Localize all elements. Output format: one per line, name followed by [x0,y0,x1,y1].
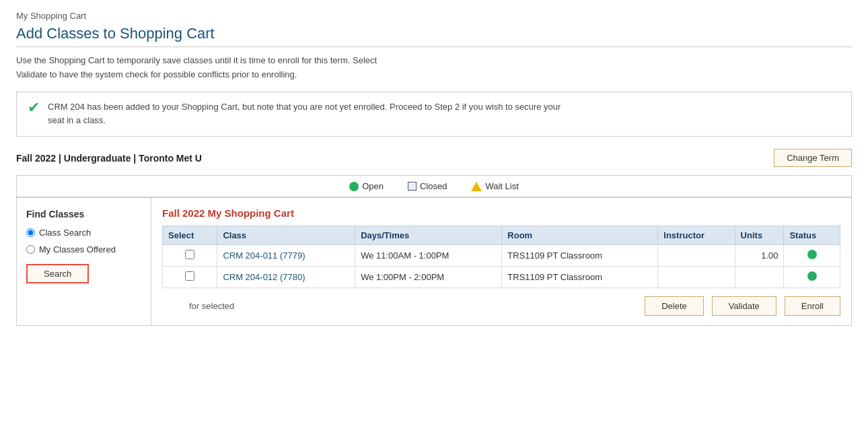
class-search-radio[interactable] [26,228,35,237]
days-times-cell: We 11:00AM - 1:00PM [355,245,502,267]
status-cell [784,267,840,288]
legend-bar: Open Closed Wait List [16,175,852,197]
legend-waitlist: Wait List [471,181,518,191]
class-search-label: Class Search [39,228,91,238]
col-units: Units [735,226,784,245]
action-bar-left: for selected [162,301,637,311]
class-search-option[interactable]: Class Search [26,228,141,238]
info-text: Use the Shopping Cart to temporarily sav… [16,54,852,82]
table-row: CRM 204-012 (7780)We 1:00PM - 2:00PMTRS1… [163,267,840,288]
status-dot-icon [807,250,817,259]
search-button[interactable]: Search [26,264,89,283]
waitlist-triangle-icon [471,182,482,191]
delete-button[interactable]: Delete [645,296,704,316]
units-cell: 1.00 [735,245,784,267]
term-bar: Fall 2022 | Undergraduate | Toronto Met … [16,149,852,167]
units-cell [735,267,784,288]
action-bar: for selected Delete Validate Enroll [162,296,840,316]
col-select: Select [163,226,217,245]
left-panel: Find Classes Class Search My Classes Off… [17,198,151,325]
col-status: Status [784,226,840,245]
class-link[interactable]: CRM 204-011 (7779) [223,250,305,261]
room-cell: TRS1109 PT Classroom [502,267,658,288]
breadcrumb: My Shopping Cart [16,11,852,21]
open-dot-icon [349,182,359,191]
instructor-cell [658,267,735,288]
enroll-button[interactable]: Enroll [785,296,840,316]
class-cell: CRM 204-012 (7780) [217,267,355,288]
select-cell [163,245,217,267]
validate-button[interactable]: Validate [712,296,776,316]
status-dot-icon [807,271,817,281]
cart-title: Fall 2022 My Shopping Cart [162,207,840,219]
page-title: Add Classes to Shopping Cart [16,25,852,47]
success-text: CRM 204 has been added to your Shopping … [48,100,560,129]
my-classes-label: My Classes Offered [39,244,116,255]
term-label: Fall 2022 | Undergraduate | Toronto Met … [16,153,202,164]
legend-open: Open [349,181,384,191]
select-cell [163,267,217,288]
closed-square-icon [408,182,417,191]
success-icon: ✔ [28,100,40,115]
my-classes-radio[interactable] [26,245,35,254]
legend-closed: Closed [408,181,447,191]
days-times-cell: We 1:00PM - 2:00PM [355,267,502,288]
my-classes-option[interactable]: My Classes Offered [26,244,141,255]
row-checkbox[interactable] [185,250,194,259]
instructor-cell [658,245,735,267]
main-content: Find Classes Class Search My Classes Off… [16,197,852,326]
find-classes-title: Find Classes [26,209,141,220]
for-selected-label: for selected [189,301,234,311]
search-btn-wrapper: Search [26,264,141,283]
legend-closed-label: Closed [420,181,447,191]
class-link[interactable]: CRM 204-012 (7780) [223,272,305,282]
col-days-times: Days/Times [355,226,502,245]
table-row: CRM 204-011 (7779)We 11:00AM - 1:00PMTRS… [163,245,840,267]
room-cell: TRS1109 PT Classroom [502,245,658,267]
status-cell [784,245,840,267]
right-panel: Fall 2022 My Shopping Cart Select Class … [151,198,851,325]
class-cell: CRM 204-011 (7779) [217,245,355,267]
col-instructor: Instructor [658,226,735,245]
success-box: ✔ CRM 204 has been added to your Shoppin… [16,92,852,137]
col-room: Room [502,226,658,245]
change-term-button[interactable]: Change Term [774,149,852,167]
cart-table: Select Class Days/Times Room Instructor … [162,226,840,288]
legend-waitlist-label: Wait List [485,181,518,191]
row-checkbox[interactable] [185,271,194,281]
col-class: Class [217,226,355,245]
legend-open-label: Open [362,181,384,191]
